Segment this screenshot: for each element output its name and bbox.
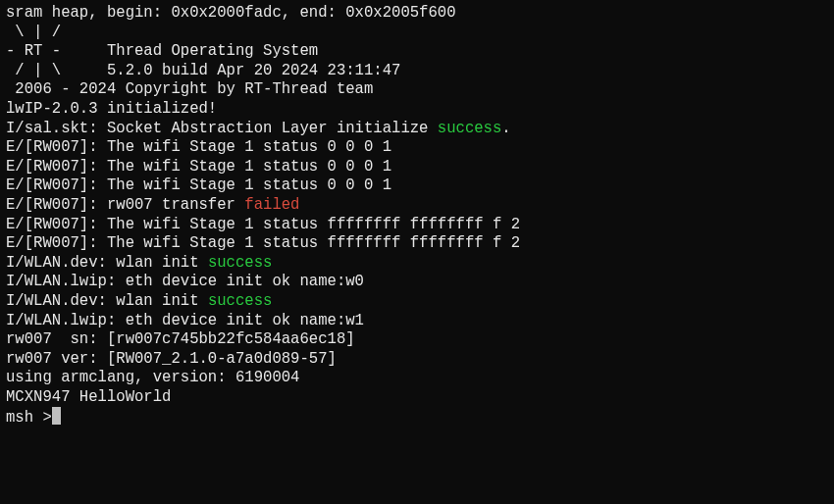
- terminal-text: .: [501, 120, 510, 137]
- terminal-text: E/[RW007]: The wifi Stage 1 status fffff…: [6, 234, 520, 252]
- terminal-text: rw007 sn: [rw007c745bb22fc584aa6ec18]: [6, 330, 355, 348]
- terminal-text: sram heap, begin: 0x0x2000fadc, end: 0x0…: [6, 4, 456, 22]
- terminal-text: E/[RW007]: The wifi Stage 1 status fffff…: [6, 216, 520, 233]
- terminal-line: I/WLAN.lwip: eth device init ok name:w1: [6, 312, 828, 331]
- terminal-text: 2006 - 2024 Copyright by RT-Thread team: [6, 80, 373, 98]
- terminal-text: E/[RW007]: The wifi Stage 1 status 0 0 0…: [6, 158, 391, 176]
- green-word: success: [208, 292, 273, 310]
- terminal-text: E/[RW007]: The wifi Stage 1 status 0 0 0…: [6, 138, 391, 156]
- terminal-text: I/WLAN.lwip: eth device init ok name:w1: [6, 312, 364, 329]
- green-word: success: [208, 254, 273, 272]
- terminal-text: E/[RW007]: The wifi Stage 1 status 0 0 0…: [6, 176, 391, 194]
- terminal-text: I/sal.skt: Socket Abstraction Layer init…: [6, 120, 438, 137]
- shell-prompt: msh >: [6, 409, 52, 427]
- terminal-line: - RT - Thread Operating System: [6, 42, 828, 62]
- terminal-output[interactable]: sram heap, begin: 0x0x2000fadc, end: 0x0…: [0, 0, 834, 432]
- terminal-text: I/WLAN.lwip: eth device init ok name:w0: [6, 273, 364, 290]
- terminal-line: E/[RW007]: The wifi Stage 1 status 0 0 0…: [6, 158, 828, 177]
- terminal-line: E/[RW007]: The wifi Stage 1 status fffff…: [6, 234, 828, 254]
- terminal-line: I/WLAN.dev: wlan init success: [6, 292, 828, 312]
- cursor-icon: [52, 407, 61, 425]
- terminal-text: E/[RW007]: rw007 transfer: [6, 196, 244, 214]
- terminal-text: I/WLAN.dev: wlan init: [6, 292, 208, 310]
- terminal-line: rw007 sn: [rw007c745bb22fc584aa6ec18]: [6, 330, 828, 350]
- terminal-line: I/WLAN.dev: wlan init success: [6, 254, 828, 274]
- terminal-line: E/[RW007]: The wifi Stage 1 status fffff…: [6, 216, 828, 235]
- terminal-line: I/sal.skt: Socket Abstraction Layer init…: [6, 120, 828, 139]
- terminal-line: E/[RW007]: rw007 transfer failed: [6, 196, 828, 216]
- terminal-line: \ | /: [6, 24, 828, 43]
- terminal-line: I/WLAN.lwip: eth device init ok name:w0: [6, 273, 828, 292]
- terminal-text: MCXN947 HelloWorld: [6, 388, 171, 406]
- terminal-text: - RT - Thread Operating System: [6, 42, 318, 60]
- terminal-text: lwIP-2.0.3 initialized!: [6, 100, 217, 118]
- terminal-text: / | \ 5.2.0 build Apr 20 2024 23:11:47: [6, 62, 400, 79]
- terminal-line: sram heap, begin: 0x0x2000fadc, end: 0x0…: [6, 4, 828, 24]
- terminal-text: rw007 ver: [RW007_2.1.0-a7a0d089-57]: [6, 350, 337, 368]
- terminal-line: 2006 - 2024 Copyright by RT-Thread team: [6, 80, 828, 100]
- terminal-line: MCXN947 HelloWorld: [6, 388, 828, 408]
- terminal-line: lwIP-2.0.3 initialized!: [6, 100, 828, 120]
- terminal-line: using armclang, version: 6190004: [6, 369, 828, 388]
- green-word: success: [438, 120, 502, 137]
- terminal-text: using armclang, version: 6190004: [6, 369, 299, 386]
- shell-prompt-line[interactable]: msh >: [6, 407, 828, 428]
- terminal-text: I/WLAN.dev: wlan init: [6, 254, 208, 272]
- red-word: failed: [244, 196, 299, 214]
- terminal-line: E/[RW007]: The wifi Stage 1 status 0 0 0…: [6, 176, 828, 196]
- terminal-line: E/[RW007]: The wifi Stage 1 status 0 0 0…: [6, 138, 828, 158]
- terminal-text: \ | /: [6, 24, 61, 41]
- terminal-line: rw007 ver: [RW007_2.1.0-a7a0d089-57]: [6, 350, 828, 370]
- terminal-line: / | \ 5.2.0 build Apr 20 2024 23:11:47: [6, 62, 828, 81]
